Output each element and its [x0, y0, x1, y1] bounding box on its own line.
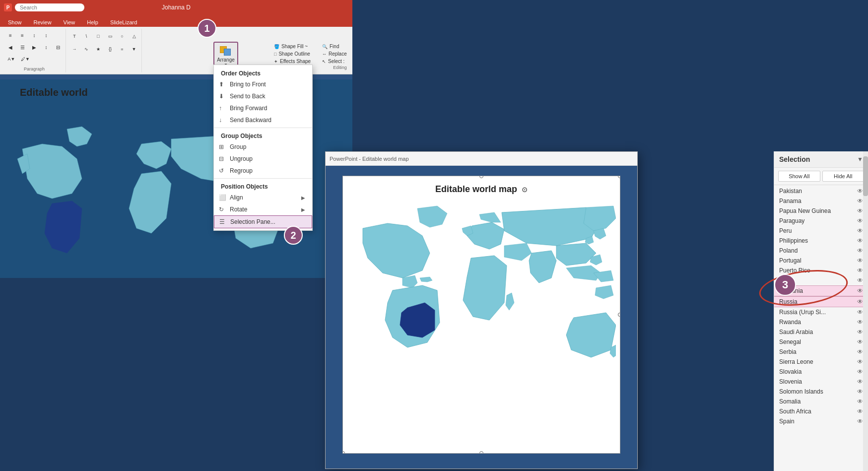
- panel-item[interactable]: Senegal👁: [774, 337, 868, 347]
- panel-item[interactable]: Serbia👁: [774, 347, 868, 357]
- tab-help[interactable]: Help: [81, 18, 104, 27]
- eye-icon[interactable]: 👁: [857, 247, 863, 254]
- handle-top-right[interactable]: [618, 176, 620, 178]
- eye-icon[interactable]: 👁: [857, 388, 863, 395]
- ribbon-btn-align-left[interactable]: ◀: [5, 42, 16, 53]
- ribbon-btn-more[interactable]: ▼: [129, 44, 139, 55]
- ribbon-btn-tri[interactable]: △: [129, 31, 139, 42]
- panel-item[interactable]: Panama👁: [774, 196, 868, 206]
- show-all-button[interactable]: Show All: [778, 171, 820, 182]
- panel-item[interactable]: Paraguay👁: [774, 216, 868, 226]
- eye-icon[interactable]: 👁: [857, 257, 863, 264]
- eye-icon[interactable]: 👁: [857, 298, 863, 305]
- tab-view[interactable]: View: [58, 18, 81, 27]
- ribbon-btn-line[interactable]: \: [81, 31, 92, 42]
- eye-icon[interactable]: 👁: [857, 217, 863, 224]
- ribbon-btn-bracket[interactable]: {}: [105, 44, 116, 55]
- bring-front-item[interactable]: ⬆ Bring to Front: [214, 78, 312, 90]
- eye-icon[interactable]: 👁: [857, 207, 863, 214]
- eye-icon[interactable]: 👁: [857, 348, 863, 355]
- regroup-item[interactable]: ↺ Regroup: [214, 165, 312, 177]
- ribbon-btn-circle[interactable]: ○: [117, 31, 128, 42]
- panel-item[interactable]: Russia (Urup Si...👁: [774, 307, 868, 317]
- panel-item[interactable]: Papua New Guinea👁: [774, 206, 868, 216]
- scrollbar-thumb[interactable]: [863, 156, 868, 196]
- eye-icon[interactable]: 👁: [857, 358, 863, 365]
- panel-item[interactable]: Portugal👁: [774, 256, 868, 266]
- handle-right-bottom[interactable]: [618, 313, 620, 317]
- ribbon-btn-star[interactable]: ★: [93, 44, 104, 55]
- shape-fill-btn[interactable]: 🪣 Shape Fill ~: [272, 43, 317, 50]
- hide-all-button[interactable]: Hide All: [822, 171, 865, 182]
- ribbon-btn-eq[interactable]: =: [117, 44, 128, 55]
- ribbon-btn-curve[interactable]: ∿: [81, 44, 92, 55]
- eye-icon[interactable]: 👁: [857, 408, 863, 415]
- panel-item[interactable]: Russia👁: [774, 296, 868, 307]
- tab-slidelizard[interactable]: SlideLizard: [104, 18, 143, 27]
- group-item[interactable]: ⊞ Group: [214, 141, 312, 153]
- replace-btn[interactable]: ↔ Replace: [320, 50, 360, 58]
- ribbon-btn-align-center[interactable]: ☰: [17, 42, 28, 53]
- ribbon-btn-spacing[interactable]: ↕: [41, 42, 52, 53]
- eye-icon[interactable]: 👁: [857, 237, 863, 244]
- ungroup-item[interactable]: ⊟ Ungroup: [214, 153, 312, 165]
- eye-icon[interactable]: 👁: [857, 338, 863, 345]
- eye-icon[interactable]: 👁: [857, 398, 863, 405]
- shape-effects-btn[interactable]: ✦ Effects Shape: [272, 58, 317, 65]
- eye-icon[interactable]: 👁: [857, 418, 863, 425]
- eye-icon[interactable]: 👁: [857, 368, 863, 375]
- tab-show[interactable]: Show: [2, 18, 28, 27]
- panel-item[interactable]: Solomon Islands👁: [774, 387, 868, 397]
- slide-inner-2: Editable world map ⊙: [342, 176, 620, 454]
- panel-item[interactable]: Saudi Arabia👁: [774, 327, 868, 337]
- panel-item[interactable]: Spain👁: [774, 416, 868, 426]
- eye-icon[interactable]: 👁: [857, 378, 863, 385]
- select-btn[interactable]: ↖ Select :: [320, 58, 360, 65]
- ribbon-btn-rect[interactable]: □: [93, 31, 104, 42]
- ribbon-btn-indent[interactable]: ↕: [29, 30, 40, 41]
- panel-collapse-arrow[interactable]: ▼: [857, 156, 863, 163]
- panel-item[interactable]: Slovenia👁: [774, 377, 868, 387]
- arrange-icon: [220, 46, 232, 56]
- eye-icon[interactable]: 👁: [857, 198, 863, 204]
- send-back-item[interactable]: ⬇ Send to Back: [214, 90, 312, 102]
- eye-icon[interactable]: 👁: [857, 329, 863, 336]
- align-item[interactable]: ⬜ Align ▶: [214, 192, 312, 203]
- ribbon-btn-align-right[interactable]: ▶: [29, 42, 40, 53]
- ribbon-btn-textbox[interactable]: T: [69, 31, 80, 42]
- panel-item[interactable]: South Africa👁: [774, 406, 868, 416]
- eye-icon[interactable]: 👁: [857, 227, 863, 234]
- handle-bottom-left[interactable]: [342, 451, 345, 454]
- bring-forward-item[interactable]: ↑ Bring Forward: [214, 102, 312, 114]
- panel-item[interactable]: Philippines👁: [774, 236, 868, 246]
- handle-bottom[interactable]: [479, 451, 483, 454]
- panel-item[interactable]: Poland👁: [774, 246, 868, 256]
- ribbon-btn-color[interactable]: A▼: [5, 54, 18, 65]
- find-btn[interactable]: 🔍 Find: [320, 43, 360, 50]
- ribbon-btn-arrow[interactable]: →: [69, 44, 80, 55]
- panel-item[interactable]: Peru👁: [774, 226, 868, 236]
- shape-outline-btn[interactable]: □ Shape Outline: [272, 50, 317, 58]
- ribbon-btn-list2[interactable]: ≡: [17, 30, 28, 41]
- eye-icon[interactable]: 👁: [857, 287, 863, 294]
- eye-icon[interactable]: 👁: [857, 188, 863, 195]
- ribbon-btn-columns[interactable]: ⊟: [53, 42, 64, 53]
- search-input[interactable]: [15, 3, 84, 11]
- rotate-item[interactable]: ↻ Rotate ▶: [214, 203, 312, 215]
- panel-item[interactable]: Somalia👁: [774, 397, 868, 406]
- panel-item[interactable]: Slovakia👁: [774, 367, 868, 377]
- eye-icon[interactable]: 👁: [857, 277, 863, 284]
- panel-item[interactable]: Rwanda👁: [774, 317, 868, 327]
- ribbon-btn-highlight[interactable]: 🖊▼: [19, 54, 32, 65]
- eye-icon[interactable]: 👁: [857, 309, 863, 316]
- send-backward-item[interactable]: ↓ Send Backward: [214, 114, 312, 126]
- ribbon-btn-list1[interactable]: ≡: [5, 30, 16, 41]
- panel-item[interactable]: Pakistan👁: [774, 186, 868, 196]
- panel-item[interactable]: Sierra Leone👁: [774, 357, 868, 367]
- eye-icon[interactable]: 👁: [857, 267, 863, 274]
- ribbon-btn-sort[interactable]: ↕: [41, 30, 52, 41]
- tab-review[interactable]: Review: [28, 18, 58, 27]
- slide-title-2: Editable world map ⊙: [343, 176, 620, 199]
- ribbon-btn-rect2[interactable]: ▭: [105, 31, 116, 42]
- eye-icon[interactable]: 👁: [857, 319, 863, 326]
